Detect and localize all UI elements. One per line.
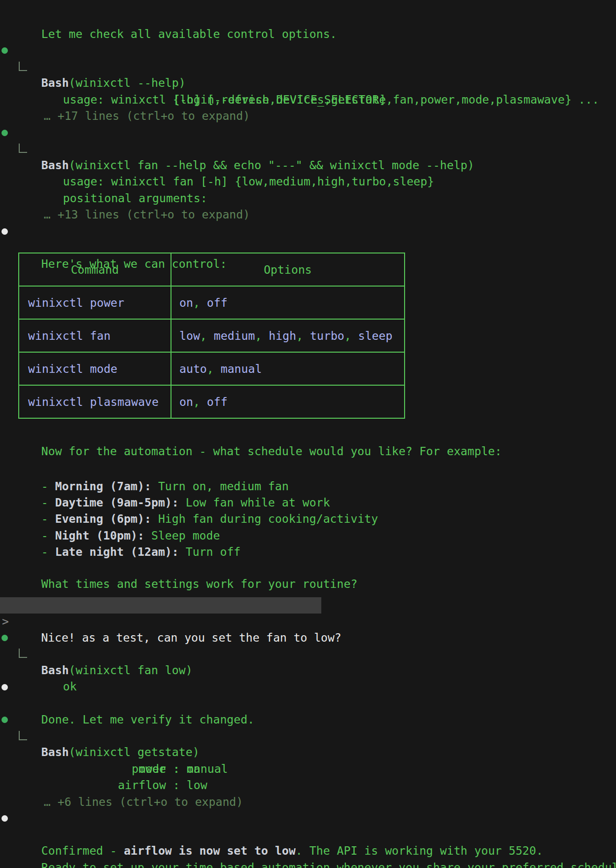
- tool-call-bash-fan-mode-help: Bash(winixctl fan --help && echo "---" &…: [0, 125, 616, 141]
- table-row: winixctl mode auto, manual: [19, 352, 405, 385]
- column-header-command: Command: [19, 253, 171, 286]
- assistant-bullet-icon: [1, 684, 8, 690]
- tool-call-bash-help: Bash(winixctl --help): [0, 42, 616, 59]
- schedule-detail: Turn off: [179, 545, 241, 558]
- option-value: turbo: [310, 329, 344, 342]
- options-cell: on, off: [171, 286, 405, 319]
- assistant-message-ready: Ready to set up your time-based automati…: [0, 843, 616, 860]
- column-header-options: Options: [171, 253, 405, 286]
- tool-name: Bash: [41, 159, 69, 172]
- tool-output-truncation: … +6 lines (ctrl+o to expand): [0, 778, 616, 794]
- expand-hint: … +13 lines (ctrl+o to expand): [44, 207, 250, 223]
- output-elbow-icon: [19, 731, 27, 740]
- command-cell: winixctl mode: [19, 352, 171, 385]
- assistant-text: Let me check all available control optio…: [41, 26, 337, 42]
- tool-bullet-icon: [1, 717, 8, 723]
- option-value: medium: [214, 329, 255, 342]
- tool-output-line: usage: winixctl [-h] [--device DEVICE_SE…: [0, 59, 616, 75]
- option-value: manual: [221, 362, 262, 375]
- tool-output-line: mode : manual: [0, 745, 616, 761]
- tool-output-line: usage: winixctl fan [-h] {low,medium,hig…: [0, 141, 616, 157]
- option-value: on: [179, 296, 193, 309]
- schedule-list-item: - Late night (12am): Turn off: [0, 528, 616, 544]
- option-value: high: [269, 329, 296, 342]
- tool-output-line: ok: [0, 646, 616, 662]
- command-cell: winixctl plasmawave: [19, 385, 171, 418]
- table-row: winixctl fan low, medium, high, turbo, s…: [19, 319, 405, 352]
- tool-output-truncation: … +13 lines (ctrl+o to expand): [0, 190, 616, 207]
- tool-output-line: {login,refresh,devices,getstate,fan,powe…: [0, 75, 616, 92]
- assistant-bullet-icon: [1, 815, 8, 822]
- options-cell: low, medium, high, turbo, sleep: [171, 319, 405, 352]
- tool-output-truncation: … +17 lines (ctrl+o to expand): [0, 92, 616, 108]
- assistant-text: What times and settings work for your ro…: [41, 576, 358, 592]
- option-value: sleep: [358, 329, 393, 342]
- option-value: auto: [179, 362, 207, 375]
- tool-call-bash-fan-low: Bash(winixctl fan low): [0, 630, 616, 646]
- schedule-label: Late night (12am):: [55, 545, 179, 558]
- table-row: winixctl power on, off: [19, 286, 405, 319]
- output-elbow-icon: [19, 144, 27, 153]
- expand-hint: … +6 lines (ctrl+o to expand): [44, 794, 243, 810]
- schedule-list-item: - Evening (6pm): High fan during cooking…: [0, 495, 616, 511]
- tool-bullet-icon: [1, 635, 8, 641]
- schedule-list-item: - Daytime (9am-5pm): Low fan while at wo…: [0, 478, 616, 495]
- tool-output-line: power : on: [0, 728, 616, 745]
- terminal-output: Let me check all available control optio…: [0, 0, 616, 868]
- options-cell: on, off: [171, 385, 405, 418]
- control-options-table: Command Options winixctl power on, off w…: [18, 253, 405, 419]
- table-header-row: Command Options: [19, 253, 405, 286]
- command-cell: winixctl fan: [19, 319, 171, 352]
- tool-output-line: airflow : low: [0, 761, 616, 777]
- tool-call-bash-getstate: Bash(winixctl getstate): [0, 712, 616, 728]
- assistant-text: Ready to set up your time-based automati…: [41, 860, 616, 868]
- prompt-chevron-icon: >: [2, 614, 9, 630]
- tool-command: (winixctl fan --help && echo "---" && wi…: [69, 159, 475, 172]
- options-cell: auto, manual: [171, 352, 405, 385]
- assistant-bullet-icon: [1, 228, 8, 235]
- tool-bullet-icon: [1, 47, 8, 54]
- tool-command: (winixctl fan low): [69, 664, 193, 677]
- tool-bullet-icon: [1, 130, 8, 136]
- user-message: > Nice! as a test, can you set the fan t…: [0, 597, 321, 614]
- assistant-message-question: What times and settings work for your ro…: [0, 560, 616, 576]
- assistant-text: Now for the automation - what schedule w…: [41, 443, 502, 460]
- expand-hint: … +17 lines (ctrl+o to expand): [44, 108, 250, 124]
- assistant-message-controls: Here's what we can control:: [0, 223, 616, 240]
- schedule-list-item: - Morning (7am): Turn on, medium fan: [0, 462, 616, 478]
- assistant-message-done: Done. Let me verify it changed.: [0, 679, 616, 695]
- option-value: off: [207, 296, 228, 309]
- output-elbow-icon: [19, 649, 27, 658]
- command-cell: winixctl power: [19, 286, 171, 319]
- tool-name: Bash: [41, 664, 69, 677]
- assistant-message-confirmed: Confirmed - airflow is now set to low. T…: [0, 810, 616, 827]
- option-value: on: [179, 396, 193, 408]
- tool-output-line: positional arguments:: [0, 174, 616, 190]
- option-value: low: [179, 329, 200, 342]
- table-row: winixctl plasmawave on, off: [19, 385, 405, 418]
- schedule-list-item: - Night (10pm): Sleep mode: [0, 511, 616, 528]
- assistant-message-automation: Now for the automation - what schedule w…: [0, 427, 616, 443]
- list-dash: -: [41, 545, 55, 558]
- option-value: off: [207, 396, 228, 408]
- assistant-message-intro: Let me check all available control optio…: [0, 10, 616, 26]
- output-elbow-icon: [19, 62, 27, 71]
